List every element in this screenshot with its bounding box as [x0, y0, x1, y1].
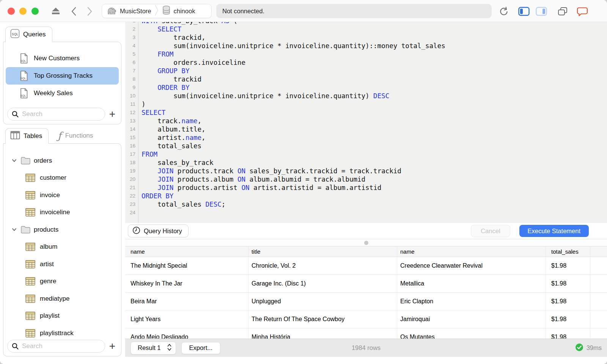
- query-list-item[interactable]: SQLNew Customers: [6, 50, 119, 67]
- close-window-button[interactable]: [8, 8, 15, 15]
- table-row[interactable]: Beira MarUnpluggedEric Clapton$1.98: [125, 293, 607, 311]
- line-number: 2: [125, 25, 135, 33]
- table-cell[interactable]: Metallica: [397, 275, 546, 292]
- tab-tables[interactable]: Tables: [5, 128, 49, 144]
- table-cell[interactable]: $1.98: [546, 275, 590, 292]
- line-number: 19: [125, 167, 135, 175]
- table-cell-filler: [590, 275, 607, 292]
- table-cell-filler: [590, 293, 607, 310]
- table-row[interactable]: Light YearsThe Return Of The Space Cowbo…: [125, 311, 607, 328]
- editor-results-splitter[interactable]: [125, 239, 607, 246]
- query-list-item[interactable]: SQLTop Grossing Tracks: [6, 67, 119, 85]
- tree-item-customer[interactable]: customer: [3, 169, 121, 187]
- table-cell[interactable]: $1.98: [546, 293, 590, 310]
- query-history-button[interactable]: Query History: [128, 224, 189, 237]
- add-table-button[interactable]: +: [107, 340, 118, 352]
- queries-search-input[interactable]: [7, 108, 105, 121]
- check-icon: [575, 343, 583, 353]
- table-cell[interactable]: Creedence Clearwater Revival: [397, 257, 546, 275]
- query-list-item[interactable]: SQLWeekly Sales: [6, 85, 119, 102]
- line-number: 8: [125, 75, 135, 83]
- breadcrumb-connection[interactable]: MusicStore: [120, 8, 151, 15]
- tab-functions[interactable]: ƒ Functions: [52, 128, 99, 143]
- tree-item-label: album: [40, 243, 57, 251]
- code-line: total_sales DESC;: [142, 200, 607, 209]
- table-cell[interactable]: Unplugged: [248, 293, 397, 310]
- table-cell[interactable]: Whiskey In The Jar: [125, 275, 248, 292]
- column-header[interactable]: title: [248, 246, 397, 257]
- eject-icon[interactable]: [51, 7, 61, 15]
- tables-search-input[interactable]: [7, 340, 105, 353]
- tree-item-orders[interactable]: orders: [3, 152, 121, 169]
- tree-item-playlist[interactable]: playlist: [3, 308, 121, 325]
- table-row[interactable]: Whiskey In The JarGarage Inc. (Disc 1)Me…: [125, 275, 607, 293]
- table-cell[interactable]: Ando Meio Desligado: [125, 328, 248, 339]
- column-header[interactable]: total_sales: [546, 246, 590, 257]
- sql-code[interactable]: WITH sales_by_track AS ( SELECT trackid,…: [138, 22, 607, 223]
- table-cell[interactable]: Eric Clapton: [397, 293, 546, 310]
- line-number: 5: [125, 50, 135, 58]
- search-icon: [11, 342, 19, 351]
- tree-item-mediatype[interactable]: mediatype: [3, 290, 121, 308]
- tables-tab-icon: [10, 131, 20, 141]
- table-icon: [25, 243, 35, 251]
- sql-editor[interactable]: 123456789101112131415161718192021222324 …: [125, 22, 607, 223]
- line-number: 23: [125, 200, 135, 209]
- table-cell[interactable]: Chronicle, Vol. 2: [248, 257, 397, 275]
- table-cell[interactable]: Light Years: [125, 311, 248, 328]
- connection-status: Not connected.: [216, 4, 492, 18]
- table-row[interactable]: Ando Meio DesligadoMinha HistóriaOs Muta…: [125, 328, 607, 339]
- forward-icon[interactable]: [86, 6, 93, 16]
- export-button[interactable]: Export...: [181, 342, 220, 354]
- table-cell[interactable]: The Midnight Special: [125, 257, 248, 275]
- sql-file-icon: SQL: [19, 53, 28, 64]
- add-query-button[interactable]: +: [107, 108, 118, 120]
- tree-item-products[interactable]: products: [3, 221, 121, 238]
- table-cell[interactable]: Os Mutantes: [397, 328, 546, 339]
- tab-queries-label: Queries: [23, 31, 46, 38]
- code-line: total_sales: [142, 142, 607, 150]
- cancel-button[interactable]: Cancel: [471, 225, 510, 237]
- tree-item-invoice[interactable]: invoice: [3, 187, 121, 204]
- folder-icon: [20, 157, 31, 165]
- column-header[interactable]: name: [125, 246, 248, 257]
- refresh-icon[interactable]: [499, 6, 509, 16]
- table-cell[interactable]: $1.98: [546, 257, 590, 275]
- queries-panel-body: SQLNew CustomersSQLTop Grossing TracksSQ…: [3, 42, 121, 124]
- table-row[interactable]: The Midnight SpecialChronicle, Vol. 2Cre…: [125, 257, 607, 275]
- execute-statement-button[interactable]: Execute Statement: [519, 225, 589, 237]
- table-cell[interactable]: Minha História: [248, 328, 397, 339]
- zoom-window-button[interactable]: [31, 8, 39, 15]
- table-cell[interactable]: The Return Of The Space Cowboy: [248, 311, 397, 328]
- line-number: 3: [125, 33, 135, 42]
- tree-item-genre[interactable]: genre: [3, 273, 121, 290]
- tab-queries[interactable]: SQL Queries: [5, 27, 52, 42]
- chevron-down-icon: [11, 226, 17, 233]
- tree-item-label: playlisttrack: [40, 329, 74, 337]
- panel-left-icon[interactable]: [518, 7, 530, 16]
- tree-item-artist[interactable]: artist: [3, 256, 121, 273]
- table-cell[interactable]: Beira Mar: [125, 293, 248, 310]
- table-cell[interactable]: $1.98: [546, 311, 590, 328]
- splitter-handle[interactable]: [364, 241, 368, 245]
- chat-icon[interactable]: [577, 7, 588, 16]
- panel-right-icon[interactable]: [536, 7, 547, 16]
- tree-item-album[interactable]: album: [3, 238, 121, 256]
- windows-icon[interactable]: [557, 7, 568, 16]
- tree-item-invoiceline[interactable]: invoiceline: [3, 204, 121, 221]
- breadcrumb-database[interactable]: chinook: [174, 8, 195, 15]
- line-number-gutter: 123456789101112131415161718192021222324: [125, 22, 138, 223]
- main-area: 123456789101112131415161718192021222324 …: [125, 22, 607, 364]
- column-header[interactable]: name: [397, 246, 546, 257]
- back-icon[interactable]: [70, 6, 78, 16]
- table-icon: [25, 174, 35, 182]
- minimize-window-button[interactable]: [19, 8, 27, 15]
- result-selector[interactable]: Result 1: [131, 342, 176, 355]
- line-number: 11: [125, 100, 135, 108]
- table-cell[interactable]: Garage Inc. (Disc 1): [248, 275, 397, 292]
- tree-item-label: mediatype: [40, 295, 69, 303]
- table-icon: [25, 191, 35, 199]
- line-number: 13: [125, 117, 135, 125]
- table-cell[interactable]: Jamiroquai: [397, 311, 546, 328]
- table-cell[interactable]: $1.98: [546, 328, 590, 339]
